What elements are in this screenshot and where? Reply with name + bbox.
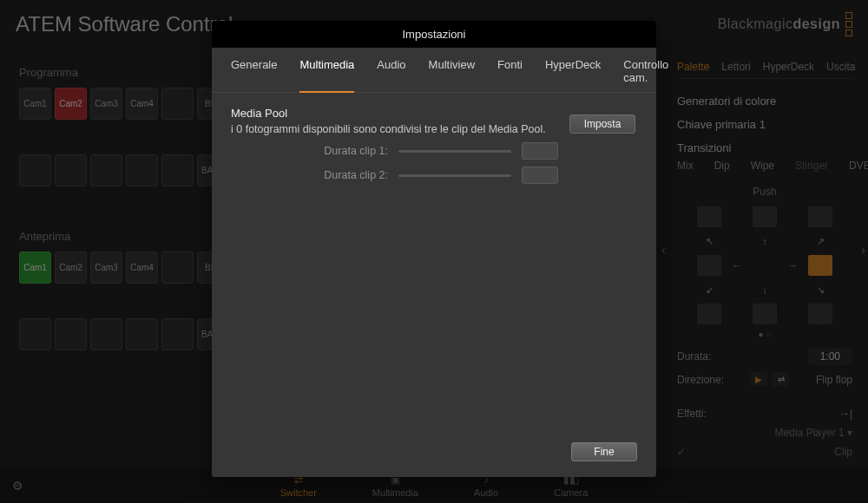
clip1-label: Durata clip 1: [310,145,388,157]
tab-multiview[interactable]: Multiview [429,58,475,92]
modal-tabs: Generale Multimedia Audio Multiview Font… [212,48,656,93]
tab-fonti[interactable]: Fonti [497,58,523,92]
clip1-value[interactable] [522,142,558,160]
imposta-button[interactable]: Imposta [569,114,635,134]
tab-generale[interactable]: Generale [231,58,277,92]
clip1-slider[interactable] [398,150,511,153]
tab-controllo-cam[interactable]: Controllo cam. [623,58,668,92]
tab-audio[interactable]: Audio [377,58,405,92]
modal-title: Impostazioni [212,21,656,48]
tab-multimedia[interactable]: Multimedia [299,58,354,93]
tab-hyperdeck-modal[interactable]: HyperDeck [545,58,601,92]
fine-button[interactable]: Fine [571,442,637,461]
clip2-label: Durata clip 2: [310,169,388,181]
clip2-slider[interactable] [398,174,511,177]
clip2-value[interactable] [522,167,558,184]
settings-modal: Impostazioni Generale Multimedia Audio M… [212,21,656,477]
